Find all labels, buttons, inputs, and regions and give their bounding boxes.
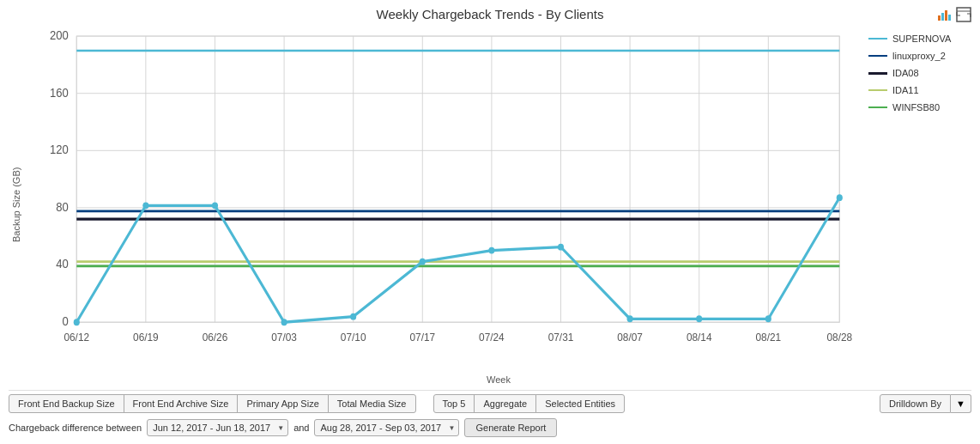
legend-line-ida11 <box>868 89 887 91</box>
date2-dropdown-wrap[interactable]: Aug 28, 2017 - Sep 03, 2017 <box>314 419 459 436</box>
date1-dropdown-wrap[interactable]: Jun 12, 2017 - Jun 18, 2017 <box>147 419 288 436</box>
date1-select[interactable]: Jun 12, 2017 - Jun 18, 2017 <box>147 419 288 436</box>
svg-point-58 <box>765 315 771 322</box>
svg-text:0: 0 <box>63 315 70 329</box>
legend-label-linuxproxy: linuxproxy_2 <box>892 51 946 61</box>
generate-report-button[interactable]: Generate Report <box>464 418 557 437</box>
svg-point-50 <box>212 202 218 209</box>
chart-icons <box>937 7 971 22</box>
svg-text:07/17: 07/17 <box>409 331 435 344</box>
chart-and-legend: 0 40 80 120 160 200 06/12 06/19 06/26 07… <box>26 25 971 373</box>
chart-content: 0 40 80 120 160 200 06/12 06/19 06/26 07… <box>26 25 971 385</box>
legend-item-winfsb80: WINFSB80 <box>868 102 971 113</box>
svg-text:08/28: 08/28 <box>826 331 852 344</box>
svg-text:120: 120 <box>50 143 69 157</box>
svg-rect-1 <box>941 13 944 21</box>
front-end-backup-size-button[interactable]: Front End Backup Size <box>9 394 124 413</box>
legend-line-ida08 <box>868 72 887 75</box>
drilldown-dropdown-button[interactable]: ▼ <box>951 394 971 413</box>
legend-line-supernova <box>868 38 887 40</box>
top5-button[interactable]: Top 5 <box>433 394 475 413</box>
legend-line-winfsb80 <box>868 106 887 108</box>
primary-app-size-button[interactable]: Primary App Size <box>237 394 328 413</box>
svg-point-53 <box>420 258 426 265</box>
chart-header: Weekly Chargeback Trends - By Clients <box>9 7 971 21</box>
svg-point-48 <box>74 319 80 325</box>
svg-text:08/21: 08/21 <box>755 331 781 344</box>
svg-text:08/14: 08/14 <box>687 331 712 344</box>
selected-entities-button[interactable]: Selected Entities <box>535 394 625 413</box>
chart-svg-container: 0 40 80 120 160 200 06/12 06/19 06/26 07… <box>26 25 860 373</box>
front-end-archive-size-button[interactable]: Front End Archive Size <box>124 394 239 413</box>
bottom-controls: Front End Backup Size Front End Archive … <box>9 390 971 437</box>
filter-btn-group: Top 5 Aggregate Selected Entities <box>433 394 626 413</box>
svg-rect-4 <box>957 8 971 21</box>
svg-text:06/12: 06/12 <box>64 331 89 344</box>
legend-label-ida08: IDA08 <box>892 68 919 78</box>
and-text: and <box>293 423 309 433</box>
svg-rect-3 <box>948 15 951 21</box>
legend-label-ida11: IDA11 <box>892 85 919 95</box>
main-container: Weekly Chargeback Trends - By Clients Ba… <box>0 0 980 444</box>
date-row: Chargeback difference between Jun 12, 20… <box>9 418 971 437</box>
svg-point-57 <box>696 315 702 322</box>
chart-title: Weekly Chargeback Trends - By Clients <box>377 7 604 21</box>
total-media-size-button[interactable]: Total Media Size <box>328 394 416 413</box>
chart-svg: 0 40 80 120 160 200 06/12 06/19 06/26 07… <box>26 25 860 373</box>
drilldown-group: Drilldown By ▼ <box>880 394 971 413</box>
y-axis-label: Backup Size (GB) <box>9 25 24 385</box>
svg-text:07/31: 07/31 <box>548 331 574 344</box>
svg-point-55 <box>558 244 564 251</box>
date2-select[interactable]: Aug 28, 2017 - Sep 03, 2017 <box>314 419 459 436</box>
svg-point-59 <box>837 194 843 201</box>
chargeback-prefix: Chargeback difference between <box>9 423 142 433</box>
svg-point-56 <box>627 315 633 322</box>
drilldown-by-button[interactable]: Drilldown By <box>880 394 951 413</box>
legend-label-supernova: SUPERNOVA <box>892 33 951 44</box>
button-row: Front End Backup Size Front End Archive … <box>9 394 971 413</box>
svg-text:06/26: 06/26 <box>203 331 228 344</box>
svg-point-54 <box>488 247 494 254</box>
aggregate-button[interactable]: Aggregate <box>474 394 536 413</box>
svg-rect-0 <box>938 15 941 21</box>
size-btn-group: Front End Backup Size Front End Archive … <box>9 394 416 413</box>
legend-item-ida11: IDA11 <box>868 85 971 95</box>
svg-text:40: 40 <box>56 258 69 271</box>
svg-text:06/19: 06/19 <box>133 331 159 344</box>
legend-item-linuxproxy: linuxproxy_2 <box>868 51 971 61</box>
svg-rect-6 <box>76 36 839 322</box>
legend-label-winfsb80: WINFSB80 <box>892 102 940 113</box>
svg-rect-2 <box>945 10 947 21</box>
svg-text:160: 160 <box>50 86 69 100</box>
legend: SUPERNOVA linuxproxy_2 IDA08 IDA11 <box>860 25 971 373</box>
legend-line-linuxproxy <box>868 55 887 57</box>
legend-item-ida08: IDA08 <box>868 68 971 78</box>
svg-point-49 <box>142 202 148 209</box>
svg-point-52 <box>350 313 356 320</box>
svg-point-51 <box>281 319 287 325</box>
legend-item-supernova: SUPERNOVA <box>868 33 971 44</box>
svg-text:08/07: 08/07 <box>617 331 643 344</box>
svg-text:80: 80 <box>56 200 69 214</box>
fullscreen-icon[interactable] <box>956 7 971 22</box>
svg-text:07/10: 07/10 <box>341 331 366 344</box>
bar-chart-icon[interactable] <box>937 7 953 22</box>
x-axis-label: Week <box>26 374 971 385</box>
svg-text:07/03: 07/03 <box>271 331 297 344</box>
chart-area: Backup Size (GB) <box>9 25 971 385</box>
svg-text:200: 200 <box>50 28 69 42</box>
svg-text:07/24: 07/24 <box>479 331 505 344</box>
